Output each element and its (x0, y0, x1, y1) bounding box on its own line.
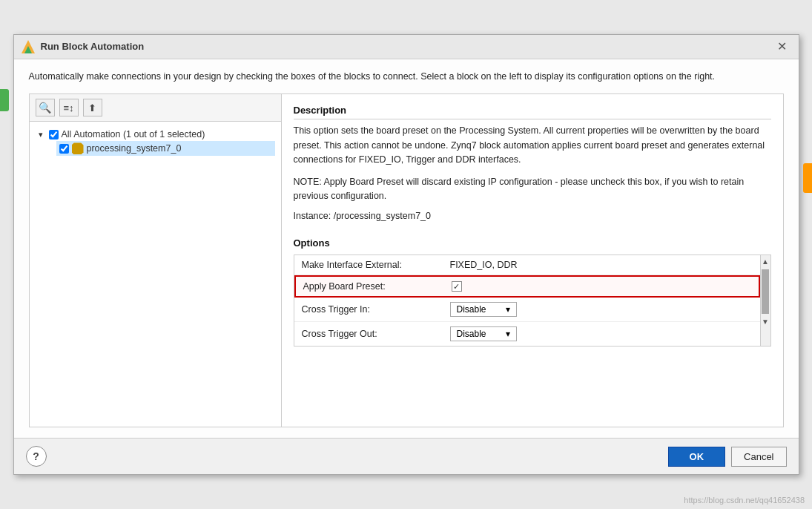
scrollbar[interactable]: ▲ ▼ (760, 255, 770, 346)
processing-system-checkbox[interactable] (59, 144, 69, 154)
dropdown-arrow-2: ▾ (506, 329, 510, 339)
ok-button[interactable]: OK (668, 447, 726, 467)
desc-paragraph-1: This option sets the board preset on the… (294, 124, 771, 167)
dialog-footer: ? OK Cancel (14, 438, 799, 474)
all-automation-checkbox[interactable] (49, 130, 59, 139)
scroll-up-arrow[interactable]: ▲ (762, 255, 769, 268)
apply-board-preset-row: Apply Board Preset: ✓ (294, 275, 760, 298)
cross-trigger-out-dropdown[interactable]: Disable ▾ (450, 326, 517, 341)
cross-trigger-out-label: Cross Trigger Out: (302, 329, 450, 339)
expand-icon: ≡↕ (63, 102, 73, 114)
all-automation-label: All Automation (1 out of 1 selected) (62, 129, 205, 139)
footer-buttons: OK Cancel (668, 447, 787, 467)
cross-trigger-out-row: Cross Trigger Out: Disable ▾ (294, 322, 760, 346)
dropdown-arrow-1: ▾ (506, 304, 510, 315)
tree-child-item[interactable]: processing_system7_0 (56, 141, 275, 156)
description-section-title: Description (294, 105, 771, 119)
search-icon: 🔍 (39, 102, 51, 114)
scroll-down-arrow[interactable]: ▼ (762, 315, 769, 328)
main-area: 🔍 ≡↕ ⬆ ▾ All Automation (1 o (29, 93, 784, 427)
cross-trigger-in-dropdown[interactable]: Disable ▾ (450, 302, 517, 317)
make-interface-row: Make Interface External: FIXED_IO, DDR (294, 255, 760, 275)
right-panel: Description This option sets the board p… (282, 94, 783, 427)
close-button[interactable]: ✕ (773, 39, 791, 54)
toolbar: 🔍 ≡↕ ⬆ (30, 94, 281, 122)
scroll-thumb[interactable] (762, 269, 769, 314)
watermark-text: https://blog.csdn.net/qq41652438 (684, 496, 805, 505)
make-interface-value: FIXED_IO, DDR (450, 260, 518, 270)
tree-root-item: ▾ All Automation (1 out of 1 selected) (36, 128, 275, 141)
dialog-title: Run Block Automation (22, 40, 145, 53)
apply-board-preset-checkbox[interactable]: ✓ (452, 281, 462, 292)
tree-expand-arrow[interactable]: ▾ (36, 130, 46, 139)
expand-all-button[interactable]: ≡↕ (59, 99, 79, 116)
options-title: Options (294, 237, 771, 249)
run-block-automation-dialog: Run Block Automation ✕ Automatically mak… (13, 34, 799, 476)
vivado-icon (22, 40, 35, 53)
make-interface-label: Make Interface External: (302, 260, 450, 270)
options-panel: Make Interface External: FIXED_IO, DDR A… (294, 254, 771, 347)
apply-board-preset-label: Apply Board Preset: (303, 281, 452, 292)
intro-description: Automatically make connections in your d… (29, 70, 784, 84)
left-panel: 🔍 ≡↕ ⬆ ▾ All Automation (1 o (30, 94, 282, 427)
help-button[interactable]: ? (26, 446, 47, 467)
dialog-title-text: Run Block Automation (41, 41, 145, 52)
tree-area: ▾ All Automation (1 out of 1 selected) p… (30, 122, 281, 427)
cross-trigger-in-label: Cross Trigger In: (302, 304, 450, 315)
instance-text: Instance: /processing_system7_0 (294, 211, 771, 221)
options-rows: Make Interface External: FIXED_IO, DDR A… (294, 255, 760, 346)
collapse-icon: ⬆ (88, 102, 96, 114)
cancel-button[interactable]: Cancel (731, 447, 786, 467)
collapse-all-button[interactable]: ⬆ (83, 99, 102, 116)
cross-trigger-in-value: Disable (457, 304, 486, 315)
dialog-titlebar: Run Block Automation ✕ (14, 35, 799, 59)
dialog-body: Automatically make connections in your d… (14, 59, 799, 439)
chip-icon (72, 142, 84, 154)
cross-trigger-in-row: Cross Trigger In: Disable ▾ (294, 298, 760, 322)
cross-trigger-out-value: Disable (457, 329, 486, 339)
options-section: Options Make Interface External: FIXED_I… (294, 237, 771, 347)
processing-system-label: processing_system7_0 (87, 143, 182, 154)
search-button[interactable]: 🔍 (36, 99, 55, 116)
desc-paragraph-2: NOTE: Apply Board Preset will discard ex… (294, 175, 771, 204)
